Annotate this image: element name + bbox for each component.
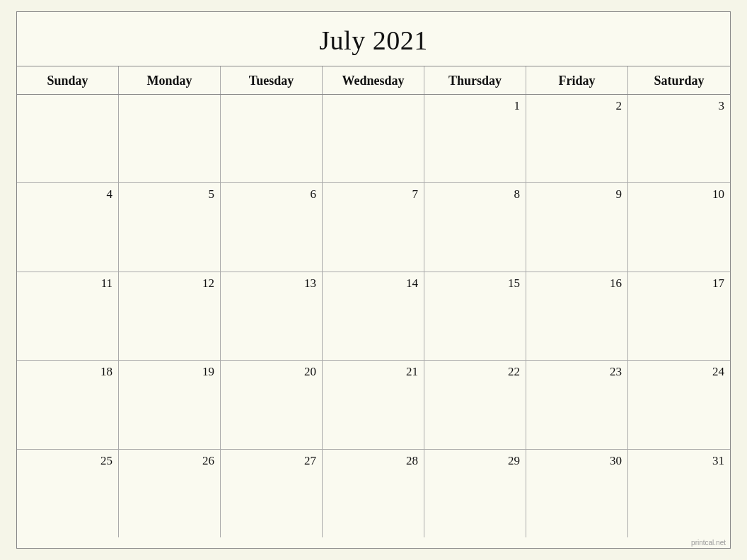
day-cell: 18: [17, 361, 119, 448]
day-header-saturday: Saturday: [628, 66, 730, 94]
day-cell: 21: [323, 361, 424, 448]
day-cell: 4: [17, 183, 119, 271]
calendar-title: July 2021: [17, 12, 730, 66]
day-cell: 20: [221, 361, 323, 448]
day-cell: 1: [424, 95, 526, 182]
week-row-5: 25262728293031: [17, 450, 730, 537]
day-cell: 14: [323, 272, 424, 360]
day-cell: 3: [628, 95, 730, 182]
day-cell: 19: [119, 361, 221, 448]
day-cell: 9: [526, 183, 628, 271]
day-headers: SundayMondayTuesdayWednesdayThursdayFrid…: [17, 66, 730, 95]
day-cell: 10: [628, 183, 730, 271]
day-cell: 13: [221, 272, 323, 360]
day-cell: [17, 95, 119, 182]
day-cell: 17: [628, 272, 730, 360]
day-cell: 6: [221, 183, 323, 271]
day-cell: 2: [526, 95, 628, 182]
weeks-container: 1234567891011121314151617181920212223242…: [17, 95, 730, 537]
week-row-3: 11121314151617: [17, 272, 730, 361]
day-cell: 23: [526, 361, 628, 448]
day-cell: 27: [221, 450, 323, 537]
day-cell: 12: [119, 272, 221, 360]
calendar-grid: SundayMondayTuesdayWednesdayThursdayFrid…: [17, 66, 730, 537]
day-cell: 30: [526, 450, 628, 537]
day-cell: 11: [17, 272, 119, 360]
watermark: printcal.net: [17, 537, 730, 548]
day-cell: 28: [323, 450, 424, 537]
day-cell: [119, 95, 221, 182]
week-row-1: 123: [17, 95, 730, 183]
day-cell: 31: [628, 450, 730, 537]
day-cell: 15: [424, 272, 526, 360]
day-cell: [323, 95, 424, 182]
day-header-wednesday: Wednesday: [323, 66, 424, 94]
day-header-thursday: Thursday: [424, 66, 526, 94]
day-cell: 7: [323, 183, 424, 271]
day-cell: 29: [424, 450, 526, 537]
day-header-tuesday: Tuesday: [221, 66, 323, 94]
day-cell: 26: [119, 450, 221, 537]
day-cell: 25: [17, 450, 119, 537]
day-cell: 16: [526, 272, 628, 360]
day-header-sunday: Sunday: [17, 66, 119, 94]
day-cell: 8: [424, 183, 526, 271]
day-cell: [221, 95, 323, 182]
calendar: July 2021 SundayMondayTuesdayWednesdayTh…: [16, 11, 731, 549]
day-cell: 24: [628, 361, 730, 448]
day-cell: 22: [424, 361, 526, 448]
week-row-2: 45678910: [17, 183, 730, 272]
day-header-monday: Monday: [119, 66, 221, 94]
day-cell: 5: [119, 183, 221, 271]
day-header-friday: Friday: [526, 66, 628, 94]
week-row-4: 18192021222324: [17, 361, 730, 449]
